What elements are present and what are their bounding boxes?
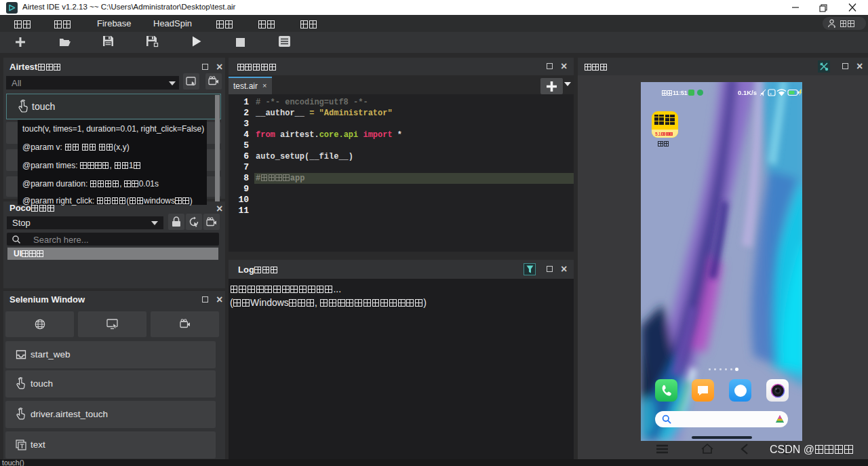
svg-text:x: x: [770, 92, 772, 96]
